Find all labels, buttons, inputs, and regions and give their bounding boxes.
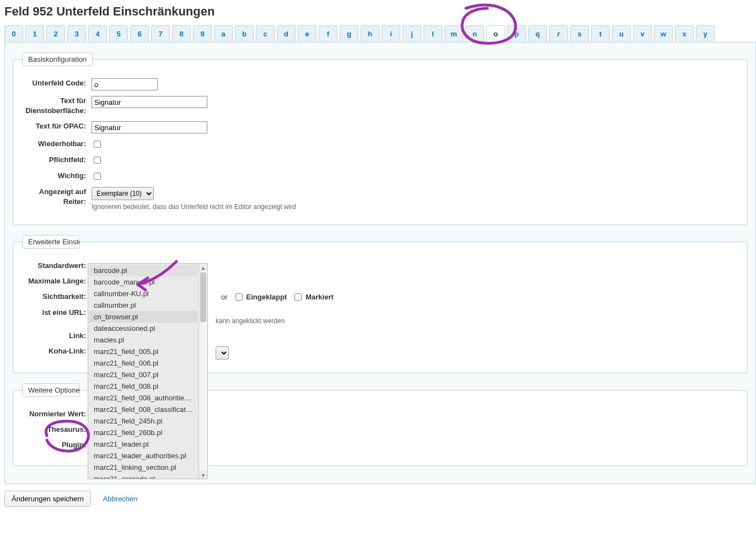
tab-l[interactable]: l — [423, 25, 442, 42]
plugin-option[interactable]: marc21_orgcode.pl — [89, 473, 197, 479]
tab-j[interactable]: j — [403, 25, 421, 42]
collapsed-checkbox[interactable] — [235, 293, 243, 301]
tab-9[interactable]: 9 — [193, 25, 212, 42]
text-opac-label: Text für OPAC: — [20, 121, 92, 131]
scroll-thumb[interactable] — [200, 272, 206, 322]
plugin-option[interactable]: marc21_field_008_classifications.pl — [89, 404, 197, 415]
tab-6[interactable]: 6 — [130, 25, 149, 42]
tab-w[interactable]: w — [654, 25, 673, 42]
visibility-label: Sichtbarkeit: — [20, 292, 92, 302]
repeatable-checkbox[interactable] — [94, 141, 101, 148]
tab-8[interactable]: 8 — [172, 25, 191, 42]
tab-s[interactable]: s — [570, 25, 589, 42]
basic-config-legend: Basiskonfiguration — [22, 52, 93, 66]
thesaurus-label: Thesaurus: — [20, 425, 92, 435]
plugin-option[interactable]: marc21_field_245h.pl — [89, 415, 197, 427]
tab-c[interactable]: c — [256, 25, 275, 42]
text-staff-label: Text für Dienstoberfläche: — [20, 96, 92, 116]
plugin-listbox-scrollbar[interactable]: ▴ ▾ — [199, 264, 207, 479]
basic-config-fieldset: Basiskonfiguration Unterfeld Code: Text … — [13, 52, 748, 225]
tab-m[interactable]: m — [444, 25, 463, 42]
marked-checkbox[interactable] — [294, 293, 302, 301]
is-url-hint: kann angeklickt werden — [216, 317, 285, 325]
tab-v[interactable]: v — [633, 25, 652, 42]
tab-o[interactable]: o — [486, 25, 505, 42]
tab-1[interactable]: 1 — [25, 25, 44, 42]
displayed-tab-select[interactable]: Exemplare (10) — [92, 187, 154, 200]
tab-f[interactable]: f — [319, 25, 337, 42]
tab-t[interactable]: t — [591, 25, 610, 42]
advanced-legend: Erweiterte Einstellungen — [22, 235, 80, 249]
tab-3[interactable]: 3 — [67, 25, 86, 42]
plugin-option[interactable]: barcode.pl — [89, 265, 197, 276]
tab-p[interactable]: p — [507, 25, 526, 42]
plugin-option[interactable]: marc21_leader_authorities.pl — [89, 450, 197, 462]
marked-checkbox-label[interactable]: Markiert — [292, 292, 334, 302]
plugin-option[interactable]: dateaccessioned.pl — [89, 323, 197, 334]
plugin-option[interactable]: marc21_linking_section.pl — [89, 462, 197, 473]
tab-q[interactable]: q — [528, 25, 547, 42]
tab-d[interactable]: d — [277, 25, 296, 42]
tab-e[interactable]: e — [298, 25, 317, 42]
tab-b[interactable]: b — [235, 25, 254, 42]
plugin-option[interactable]: marc21_field_007.pl — [89, 369, 197, 380]
plugin-option[interactable]: marc21_field_260b.pl — [89, 427, 197, 438]
plugin-label: Plugin: — [20, 440, 92, 450]
plugin-option[interactable]: marc21_field_008.pl — [89, 380, 197, 392]
plugin-option[interactable]: cn_browser.pl — [89, 311, 197, 323]
plugin-option[interactable]: macles.pl — [89, 334, 197, 346]
cancel-link[interactable]: Abbrechen — [103, 495, 137, 503]
tab-n[interactable]: n — [465, 25, 484, 42]
important-label: Wichtig: — [20, 171, 92, 181]
tab-i[interactable]: i — [382, 25, 400, 42]
important-checkbox[interactable] — [94, 173, 101, 180]
save-button[interactable]: Änderungen speichern — [4, 491, 91, 507]
tab-x[interactable]: x — [675, 25, 694, 42]
plugin-option[interactable]: marc21_leader.pl — [89, 438, 197, 450]
plugin-option[interactable]: marc21_field_005.pl — [89, 346, 197, 357]
displayed-tab-hint: Ignorieren bedeutet, dass das Unterfeld … — [92, 202, 296, 211]
tab-panel: Basiskonfiguration Unterfeld Code: Text … — [4, 42, 756, 484]
tab-u[interactable]: u — [612, 25, 631, 42]
tab-2[interactable]: 2 — [46, 25, 65, 42]
koha-link-select[interactable] — [216, 346, 229, 360]
tab-0[interactable]: 0 — [4, 25, 23, 42]
subfield-code-input[interactable] — [92, 78, 158, 90]
authorised-label: Normierter Wert: — [20, 409, 92, 419]
tab-7[interactable]: 7 — [151, 25, 170, 42]
plugin-listbox[interactable]: barcode.plbarcode_manual.plcallnumber-KU… — [88, 263, 208, 479]
is-url-label: Ist eine URL: — [20, 308, 92, 318]
tab-y[interactable]: y — [696, 25, 715, 42]
tab-r[interactable]: r — [549, 25, 568, 42]
plugin-option[interactable]: callnumber-KU.pl — [89, 288, 197, 299]
page-title: Feld 952 Unterfeld Einschränkungen — [4, 4, 756, 19]
tab-g[interactable]: g — [340, 25, 358, 42]
text-opac-input[interactable] — [92, 121, 207, 133]
plugin-option[interactable]: marc21_field_006.pl — [89, 357, 197, 369]
text-staff-input[interactable] — [92, 96, 207, 108]
tab-5[interactable]: 5 — [109, 25, 128, 42]
footer: Änderungen speichern Abbrechen — [4, 491, 756, 507]
plugin-option[interactable]: barcode_manual.pl — [89, 276, 197, 288]
tab-a[interactable]: a — [214, 25, 233, 42]
collapsed-checkbox-label[interactable]: Eingeklappt — [233, 292, 287, 302]
more-legend: Weitere Optionen — [22, 383, 80, 397]
mandatory-checkbox[interactable] — [94, 157, 101, 164]
link-label: Link: — [20, 331, 92, 341]
tab-4[interactable]: 4 — [88, 25, 107, 42]
tab-bar: 0123456789abcdefghijlmnopqrstuvwxy — [4, 25, 756, 42]
scroll-up-icon[interactable]: ▴ — [199, 264, 207, 271]
scroll-down-icon[interactable]: ▾ — [199, 471, 207, 479]
repeatable-label: Wiederholbar: — [20, 139, 92, 149]
plugin-option[interactable]: marc21_field_008_authorities.pl — [89, 392, 197, 404]
mandatory-label: Pflichtfeld: — [20, 155, 92, 165]
tab-h[interactable]: h — [361, 25, 379, 42]
displayed-tab-label: Angezeigt auf Reiter: — [20, 187, 92, 207]
plugin-option[interactable]: callnumber.pl — [89, 299, 197, 311]
maxlength-label: Maximale Länge: — [20, 276, 92, 286]
subfield-code-label: Unterfeld Code: — [20, 78, 92, 88]
default-label: Standardwert: — [20, 261, 92, 271]
koha-link-label: Koha-Link: — [20, 346, 92, 356]
visibility-or-text: or — [221, 293, 228, 301]
